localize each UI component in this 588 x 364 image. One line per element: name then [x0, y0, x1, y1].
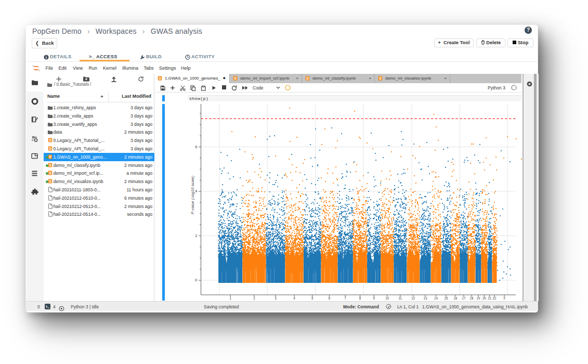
svg-text:2: 2: [253, 296, 255, 300]
svg-text:14: 14: [434, 296, 438, 300]
svg-text:15: 15: [444, 296, 448, 300]
svg-text:20: 20: [482, 296, 487, 300]
svg-text:21: 21: [488, 296, 492, 300]
svg-text:0: 0: [195, 278, 197, 282]
svg-text:6: 6: [195, 145, 197, 149]
svg-text:5: 5: [311, 296, 313, 300]
svg-text:8: 8: [359, 296, 361, 300]
svg-text:16: 16: [453, 296, 458, 300]
svg-text:2: 2: [195, 233, 197, 238]
svg-text:11: 11: [399, 296, 402, 300]
svg-text:13: 13: [423, 296, 427, 300]
svg-text:3: 3: [275, 296, 277, 300]
svg-text:i: i: [46, 55, 47, 60]
svg-text:10: 10: [385, 296, 389, 300]
svg-text:P-value (-log10 scale): P-value (-log10 scale): [190, 176, 195, 214]
svg-text:4: 4: [195, 189, 197, 193]
svg-text:6: 6: [329, 296, 331, 300]
svg-text:X: X: [503, 296, 506, 300]
svg-text:19: 19: [477, 296, 481, 300]
svg-text:12: 12: [411, 296, 415, 300]
svg-text:9: 9: [373, 296, 375, 300]
svg-text:1: 1: [229, 296, 231, 300]
svg-text:4: 4: [293, 296, 295, 300]
svg-text:18: 18: [470, 296, 474, 300]
svg-text:22: 22: [492, 296, 496, 300]
svg-text:7: 7: [344, 296, 346, 300]
svg-text:17: 17: [462, 296, 466, 300]
